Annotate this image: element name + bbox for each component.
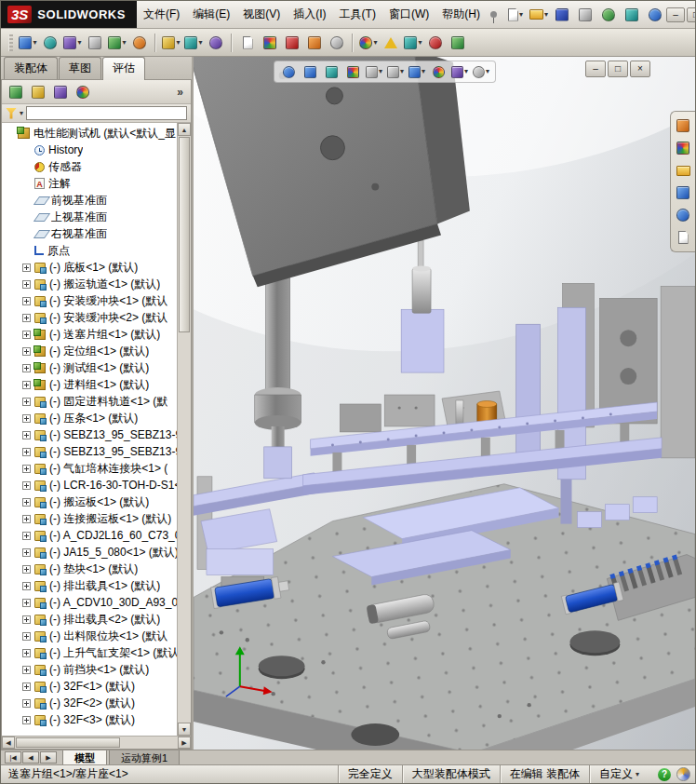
expander-icon[interactable] <box>22 615 31 624</box>
mass-properties-icon[interactable]: ▾ <box>326 33 348 53</box>
expander-icon[interactable] <box>22 666 31 674</box>
tree-item[interactable]: (-) 压条<1> (默认) <box>2 410 177 426</box>
view-orientation-icon[interactable]: ▾ <box>364 62 384 81</box>
tree-item[interactable]: (-) SEBZ13_95_SEBZ13-95 <box>2 443 177 460</box>
expander-icon[interactable] <box>22 632 31 641</box>
expander-icon[interactable] <box>22 347 31 356</box>
tree-item[interactable]: 上视基准面 <box>2 209 177 225</box>
tree-item[interactable]: 右视基准面 <box>2 225 177 242</box>
expander-icon[interactable] <box>22 448 31 456</box>
mate-icon[interactable]: ▾ <box>39 33 61 53</box>
featuremanager-tab-icon[interactable] <box>6 83 26 101</box>
expander-icon[interactable] <box>22 280 31 289</box>
tree-item[interactable]: (-) 安装缓冲块<1> (默认 <box>2 292 177 309</box>
graphics-area[interactable]: ▾ ▾ ▾ ▾ <box>194 57 695 750</box>
minimize-window-icon[interactable]: – <box>666 7 685 22</box>
menu-file[interactable]: 文件(F) <box>137 1 186 28</box>
new-motion-study-icon[interactable]: ▾ <box>205 33 227 53</box>
tab-assembly[interactable]: 装配体 <box>4 57 58 79</box>
filter-caret-icon[interactable]: ▾ <box>20 110 23 117</box>
display-style-icon[interactable]: ▾ <box>385 62 406 81</box>
quick-tips-icon[interactable]: ? <box>658 768 671 781</box>
tree-item[interactable]: (-) 前挡块<1> (默认) <box>2 661 177 678</box>
expander-icon[interactable] <box>22 699 31 708</box>
toolbar-options-icon[interactable]: ▾ <box>402 33 424 53</box>
filter-funnel-icon[interactable] <box>6 108 17 119</box>
design-library-icon[interactable] <box>673 139 693 157</box>
tree-item[interactable]: (-) 搬运轨道<1> (默认) <box>2 276 177 292</box>
options-icon[interactable]: ▾ <box>621 5 643 25</box>
expander-icon[interactable] <box>22 331 31 339</box>
solidworks-resources-icon[interactable] <box>673 116 693 135</box>
tree-item[interactable]: (-) 底板<1> (默认) <box>2 259 177 276</box>
menu-pin-icon[interactable] <box>490 11 497 18</box>
tree-item[interactable]: (-) SEBZ13_95_SEBZ13-95 <box>2 426 177 443</box>
tree-item[interactable]: (-) A_CDV10_30D_A93_0_ <box>2 594 177 611</box>
rebuild-icon[interactable]: ▾ <box>597 5 620 25</box>
expander-icon[interactable] <box>22 548 31 557</box>
menu-window[interactable]: 窗口(W) <box>382 1 435 28</box>
restore-window-icon[interactable]: □ <box>687 7 695 22</box>
tree-item[interactable]: 电性能测试机 (默认<默认_显 <box>2 125 177 142</box>
hide-show-items-icon[interactable]: ▾ <box>407 62 427 81</box>
move-component-icon[interactable]: ▾ <box>106 33 128 53</box>
tree-item[interactable]: (-) 进料组<1> (默认) <box>2 376 177 393</box>
next-tab-icon[interactable]: ▶ <box>40 751 57 764</box>
insert-components-icon[interactable]: ▾ <box>17 33 39 53</box>
tree-item[interactable]: (-) 测试组<1> (默认) <box>2 359 177 376</box>
tab-sketch[interactable]: 草图 <box>59 57 101 79</box>
tree-item[interactable]: (-) 搬运板<1> (默认) <box>2 493 177 510</box>
motion-manager-icon[interactable]: ▾ <box>447 33 469 53</box>
vertical-scroll-thumb[interactable] <box>179 137 190 332</box>
expander-icon[interactable] <box>22 364 31 372</box>
expander-icon[interactable] <box>22 599 31 607</box>
rotate-component-icon[interactable]: ▾ <box>128 33 151 53</box>
tree-item[interactable]: (-) 垫块<1> (默认) <box>2 561 177 577</box>
panel-overflow-chevron[interactable]: » <box>173 86 187 99</box>
linear-component-pattern-icon[interactable]: ▾ <box>61 33 84 53</box>
expander-icon[interactable] <box>22 565 31 574</box>
tree-item[interactable]: (-) LCR-16-30-TOH-D-S1< <box>2 477 177 493</box>
tree-item[interactable]: (-) 气缸培林连接块<1> ( <box>2 460 177 477</box>
expander-icon[interactable] <box>22 582 31 590</box>
expander-icon[interactable] <box>22 314 31 322</box>
tree-item[interactable]: (-) 排出载具<1> (默认) <box>2 577 177 594</box>
tree-item[interactable]: (-) A_CDJ2L16_60_C73_0_ <box>2 527 177 544</box>
expander-icon[interactable] <box>22 264 31 272</box>
status-corner-icon[interactable] <box>676 767 690 781</box>
menu-help[interactable]: 帮助(H) <box>435 1 487 28</box>
displaymanager-tab-icon[interactable] <box>73 83 93 101</box>
print-icon[interactable]: ▾ <box>574 5 596 25</box>
expander-icon[interactable] <box>22 381 31 389</box>
save-icon[interactable]: ▾ <box>551 5 573 25</box>
customize-status-dropdown[interactable]: 自定义 ▾ <box>589 765 649 783</box>
view-palette-icon[interactable] <box>673 183 693 202</box>
expander-icon[interactable] <box>22 297 31 305</box>
file-explorer-icon[interactable] <box>673 161 693 180</box>
expander-icon[interactable] <box>22 532 31 540</box>
expander-icon[interactable] <box>22 515 31 523</box>
tree-horizontal-scrollbar[interactable]: ◀ ▶ <box>2 736 191 749</box>
expander-icon[interactable] <box>22 431 31 439</box>
propertymanager-tab-icon[interactable] <box>28 83 48 101</box>
scroll-down-icon[interactable]: ▼ <box>178 723 191 736</box>
appearances-scenes-icon[interactable] <box>673 206 693 224</box>
measure-icon[interactable]: ▾ <box>303 33 326 53</box>
reference-geometry-icon[interactable]: ▾ <box>182 33 205 53</box>
new-document-icon[interactable]: ▾ <box>504 5 527 25</box>
tree-item[interactable]: (-) 出料限位块<1> (默认 <box>2 628 177 644</box>
rewind-tab-icon[interactable]: |◀ <box>5 751 21 764</box>
doc-minimize-icon[interactable]: – <box>585 61 606 77</box>
expander-icon[interactable] <box>22 398 31 406</box>
tree-item[interactable]: (-) 连接搬运板<1> (默认) <box>2 510 177 527</box>
view-settings-icon[interactable]: ▾ <box>471 62 491 81</box>
section-view-icon[interactable]: ▾ <box>342 62 363 81</box>
scroll-right-icon[interactable]: ▶ <box>178 737 191 749</box>
tree-item[interactable]: (-) 上升气缸支架<1> (默认 <box>2 644 177 661</box>
menu-tools[interactable]: 工具(T) <box>333 1 382 28</box>
tab-evaluate[interactable]: 评估 <box>102 57 145 80</box>
open-icon[interactable]: ▾ <box>528 5 550 25</box>
tree-item[interactable]: 传感器 <box>2 158 177 175</box>
configurationmanager-tab-icon[interactable] <box>50 83 71 101</box>
scroll-up-icon[interactable]: ▲ <box>178 123 191 136</box>
